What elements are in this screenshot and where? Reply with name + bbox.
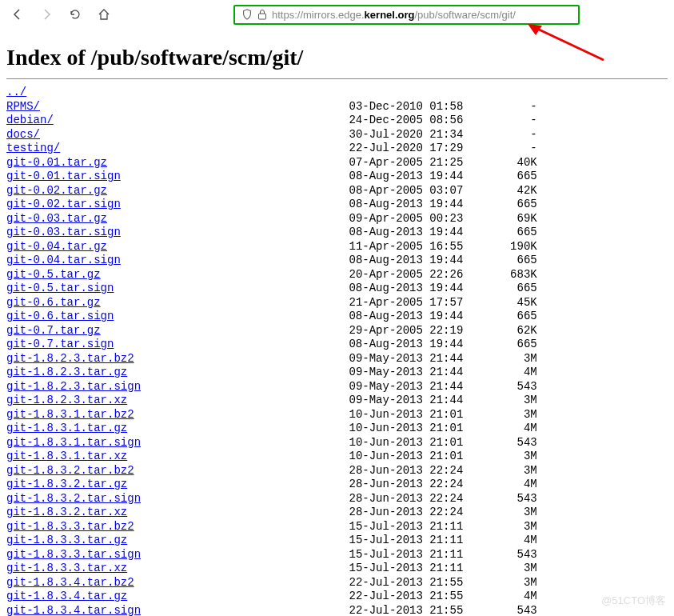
listing-link[interactable]: git-1.8.2.3.tar.bz2	[6, 352, 134, 365]
forward-button[interactable]	[35, 3, 58, 26]
parent-dir-link[interactable]: ../	[6, 86, 26, 98]
shield-icon	[241, 9, 253, 20]
listing-link[interactable]: git-0.01.tar.sign	[6, 170, 121, 182]
url-prefix: https://mirrors.edge.	[272, 9, 365, 21]
url-host-bold: kernel.org	[365, 9, 415, 21]
listing-link[interactable]: git-0.6.tar.gz	[6, 296, 101, 309]
listing-link[interactable]: git-0.04.tar.gz	[6, 240, 107, 253]
home-button[interactable]	[93, 3, 115, 26]
listing-link[interactable]: git-1.8.3.4.tar.sign	[6, 604, 141, 617]
watermark: @51CTO博客	[601, 594, 666, 608]
page-title: Index of /pub/software/scm/git/	[6, 45, 668, 70]
listing-link[interactable]: git-1.8.3.4.tar.gz	[6, 590, 127, 602]
listing-link[interactable]: git-1.8.2.3.tar.sign	[6, 380, 141, 393]
listing-link[interactable]: git-0.6.tar.sign	[6, 310, 114, 322]
listing-link[interactable]: git-1.8.3.1.tar.xz	[6, 450, 127, 462]
listing-link[interactable]: git-1.8.3.2.tar.gz	[6, 478, 127, 490]
listing-link[interactable]: debian/	[6, 114, 54, 126]
listing-link[interactable]: git-1.8.3.3.tar.bz2	[6, 520, 134, 533]
address-bar[interactable]: https://mirrors.edge.kernel.org/pub/soft…	[233, 5, 580, 25]
directory-listing: ../ RPMS/ 03-Dec-2010 01:58 - debian/ 24…	[6, 86, 668, 616]
listing-link[interactable]: git-1.8.3.3.tar.gz	[6, 534, 127, 546]
listing-link[interactable]: git-0.01.tar.gz	[6, 156, 107, 169]
url-text: https://mirrors.edge.kernel.org/pub/soft…	[272, 9, 516, 21]
listing-link[interactable]: git-0.02.tar.sign	[6, 198, 121, 210]
reload-icon	[69, 8, 82, 21]
listing-link[interactable]: git-0.04.tar.sign	[6, 254, 121, 266]
listing-link[interactable]: git-0.02.tar.gz	[6, 184, 107, 197]
listing-link[interactable]: docs/	[6, 128, 40, 141]
reload-button[interactable]	[64, 3, 86, 26]
arrow-right-icon	[40, 8, 53, 21]
listing-link[interactable]: git-1.8.3.4.tar.bz2	[6, 576, 134, 589]
svg-rect-0	[259, 14, 266, 19]
listing-link[interactable]: git-1.8.2.3.tar.xz	[6, 394, 127, 406]
arrow-left-icon	[11, 8, 24, 21]
listing-link[interactable]: git-0.5.tar.sign	[6, 282, 114, 294]
lock-icon	[257, 9, 267, 20]
home-icon	[98, 8, 110, 21]
page-content: Index of /pub/software/scm/git/ ../ RPMS…	[0, 29, 674, 616]
listing-link[interactable]: git-1.8.3.1.tar.sign	[6, 436, 141, 449]
listing-link[interactable]: git-1.8.3.1.tar.bz2	[6, 408, 134, 421]
listing-link[interactable]: git-1.8.3.1.tar.gz	[6, 422, 127, 434]
divider	[6, 78, 668, 79]
listing-link[interactable]: git-1.8.3.2.tar.sign	[6, 492, 141, 505]
listing-link[interactable]: RPMS/	[6, 100, 40, 113]
listing-link[interactable]: git-1.8.3.2.tar.xz	[6, 506, 127, 518]
listing-link[interactable]: git-0.5.tar.gz	[6, 268, 101, 281]
listing-link[interactable]: git-0.03.tar.sign	[6, 226, 121, 238]
listing-link[interactable]: git-0.7.tar.gz	[6, 324, 101, 337]
listing-link[interactable]: git-0.03.tar.gz	[6, 212, 107, 225]
url-suffix: /pub/software/scm/git/	[414, 9, 515, 21]
listing-link[interactable]: git-1.8.3.3.tar.sign	[6, 548, 141, 561]
listing-link[interactable]: git-1.8.3.2.tar.bz2	[6, 464, 134, 477]
browser-toolbar: https://mirrors.edge.kernel.org/pub/soft…	[0, 0, 674, 29]
listing-link[interactable]: git-1.8.2.3.tar.gz	[6, 366, 127, 378]
listing-link[interactable]: testing/	[6, 142, 60, 154]
listing-link[interactable]: git-1.8.3.3.tar.xz	[6, 562, 127, 574]
back-button[interactable]	[6, 3, 29, 26]
listing-link[interactable]: git-0.7.tar.sign	[6, 338, 114, 350]
